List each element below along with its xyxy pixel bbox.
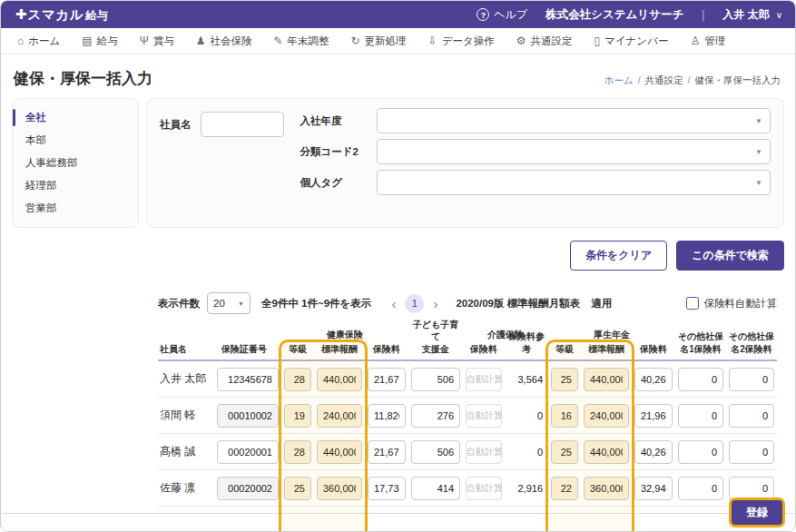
help-label: ヘルプ xyxy=(494,7,527,23)
pension-premium-input[interactable] xyxy=(634,440,673,464)
prev-page-icon[interactable]: ‹ xyxy=(391,297,396,310)
clear-conditions-button[interactable]: 条件をクリア xyxy=(570,241,667,271)
cert-number-input[interactable] xyxy=(217,404,279,428)
sidebar-item-sales[interactable]: 営業部 xyxy=(13,197,138,220)
breadcrumb-item-0[interactable]: ホーム xyxy=(604,74,634,85)
pension-grade-input[interactable] xyxy=(551,477,578,500)
next-page-icon[interactable]: › xyxy=(433,297,437,310)
auto-calc-button[interactable]: 自動計算 xyxy=(466,404,502,428)
health-premium-input[interactable] xyxy=(368,368,406,391)
auto-calc-button[interactable]: 自動計算 xyxy=(466,477,502,500)
sidebar-label-hr-general-affairs: 人事総務部 xyxy=(25,157,78,168)
register-button[interactable]: 登録 xyxy=(732,500,782,525)
nav-item-social-insurance[interactable]: ♟ 社会保険 xyxy=(196,34,252,48)
col-header-employee: 社員名 xyxy=(158,343,214,356)
employee-name-input[interactable] xyxy=(201,112,284,137)
pension-standard-comp-input[interactable] xyxy=(584,368,629,391)
pension-premium-input[interactable] xyxy=(634,368,673,391)
child-support-input[interactable] xyxy=(411,440,460,464)
health-grade-input[interactable] xyxy=(284,477,311,500)
pension-standard-comp-input[interactable] xyxy=(584,477,629,500)
user-menu[interactable]: 入井 太郎 ∨ xyxy=(722,7,782,23)
hire-year-label: 入社年度 xyxy=(300,114,366,128)
other2-premium-input[interactable] xyxy=(729,368,774,391)
col-group-pension: 厚生年金 xyxy=(548,329,675,341)
col-header-care-premium: 保険料 xyxy=(463,343,505,356)
caret-down-icon: ▼ xyxy=(755,179,762,187)
list-area: 表示件数 20 ▼ 全9件中 1件~9件を表示 ‹ 1 › 2020/09版 標… xyxy=(158,292,777,532)
help-link[interactable]: ? ヘルプ xyxy=(477,7,527,23)
pension-grade-input[interactable] xyxy=(551,440,578,464)
health-premium-input[interactable] xyxy=(368,477,406,500)
nav-item-year-end-adjustment[interactable]: ✎ 年末調整 xyxy=(273,34,329,48)
filter-dropdowns: 入社年度 ▼ 分類コード2 ▼ 個人タグ xyxy=(300,108,771,218)
app-logo[interactable]: ✚ スマカル 給与 xyxy=(15,6,108,24)
nav-item-data-operation[interactable]: ⇩ データ操作 xyxy=(428,34,495,48)
health-premium-input[interactable] xyxy=(368,404,406,428)
auto-calc-button[interactable]: 自動計算 xyxy=(466,440,502,464)
caret-down-icon: ▼ xyxy=(238,300,244,307)
nav-label-bonus: 賞与 xyxy=(153,34,174,48)
nav-item-update-process[interactable]: ↻ 更新処理 xyxy=(351,34,407,48)
health-standard-comp-input[interactable] xyxy=(317,404,362,428)
pension-grade-input[interactable] xyxy=(551,404,578,428)
child-support-input[interactable] xyxy=(411,477,460,500)
hire-year-select[interactable]: ▼ xyxy=(377,108,771,133)
child-support-input[interactable] xyxy=(411,404,460,428)
pension-premium-input[interactable] xyxy=(634,404,673,428)
care-premium-ref-value: 0 xyxy=(505,447,548,458)
health-premium-input[interactable] xyxy=(368,440,406,464)
auto-calc-button[interactable]: 自動計算 xyxy=(466,368,502,391)
auto-calc-checkbox[interactable] xyxy=(686,297,699,310)
standard-comp-table-version: 2020/09版 標準報酬月額表 xyxy=(456,297,580,310)
other1-premium-input[interactable] xyxy=(678,368,723,391)
other2-premium-input[interactable] xyxy=(729,440,774,464)
current-page-badge[interactable]: 1 xyxy=(405,294,424,313)
health-standard-comp-input[interactable] xyxy=(317,368,362,391)
personal-tag-filter: 個人タグ ▼ xyxy=(300,170,771,195)
pension-premium-input[interactable] xyxy=(634,477,673,500)
search-button[interactable]: この条件で検索 xyxy=(676,241,784,271)
sidebar-item-accounting[interactable]: 経理部 xyxy=(13,174,138,197)
other1-premium-input[interactable] xyxy=(678,440,723,464)
nav-item-admin[interactable]: ♙ 管理 xyxy=(690,34,725,48)
nav-item-common-settings[interactable]: ⚙ 共通設定 xyxy=(516,34,573,48)
sidebar-item-hr-general-affairs[interactable]: 人事総務部 xyxy=(13,152,138,174)
page-size-select[interactable]: 20 ▼ xyxy=(207,292,251,314)
category-code2-select[interactable]: ▼ xyxy=(377,139,771,164)
child-support-input[interactable] xyxy=(411,368,460,391)
other1-premium-input[interactable] xyxy=(678,404,723,428)
health-grade-input[interactable] xyxy=(284,368,311,391)
other2-premium-input[interactable] xyxy=(729,477,774,500)
nav-label-home: ホーム xyxy=(28,34,60,48)
nav-item-home[interactable]: ⌂ ホーム xyxy=(17,34,60,48)
pension-standard-comp-input[interactable] xyxy=(584,440,629,464)
nav-item-my-number[interactable]: ▯ マイナンバー xyxy=(594,34,668,48)
page-size-value: 20 xyxy=(213,298,225,309)
table-body: 入井 太郎 自動計算 3,564 須間 軽 自動計算 0 髙橋 誠 xyxy=(158,361,777,532)
caret-down-icon: ▼ xyxy=(755,117,762,125)
nav-item-bonus[interactable]: Ψ 賞与 xyxy=(140,34,174,48)
sidebar-item-all-company[interactable]: 全社 xyxy=(13,106,138,129)
page-size-label: 表示件数 xyxy=(158,297,200,310)
cert-number-input[interactable] xyxy=(217,368,279,391)
health-grade-input[interactable] xyxy=(284,404,311,428)
employee-name-label: 社員名 xyxy=(160,112,192,132)
pension-grade-input[interactable] xyxy=(551,368,578,391)
category-code2-filter: 分類コード2 ▼ xyxy=(300,139,771,164)
cert-number-input[interactable] xyxy=(217,477,279,500)
cert-number-input[interactable] xyxy=(217,440,279,464)
pension-standard-comp-input[interactable] xyxy=(584,404,629,428)
result-range-text: 全9件中 1件~9件を表示 xyxy=(261,297,371,310)
nav-item-payroll[interactable]: ▤ 給与 xyxy=(82,34,117,48)
other2-premium-input[interactable] xyxy=(729,404,774,428)
col-header-pension-standard-comp: 標準報酬 xyxy=(581,343,632,356)
main-nav: ⌂ ホーム ▤ 給与 Ψ 賞与 ♟ 社会保険 ✎ 年末調整 ↻ 更新処理 ⇩ デ… xyxy=(1,28,795,54)
health-grade-input[interactable] xyxy=(284,440,311,464)
health-standard-comp-input[interactable] xyxy=(317,440,362,464)
table-header: 社員名 保険証番号 健康保険 等級 標準報酬 保険料 子ども子育て 支援金 介護… xyxy=(158,327,777,361)
other1-premium-input[interactable] xyxy=(678,477,723,500)
personal-tag-select[interactable]: ▼ xyxy=(377,170,771,195)
health-standard-comp-input[interactable] xyxy=(317,477,362,500)
sidebar-item-headquarters[interactable]: 本部 xyxy=(13,129,138,152)
